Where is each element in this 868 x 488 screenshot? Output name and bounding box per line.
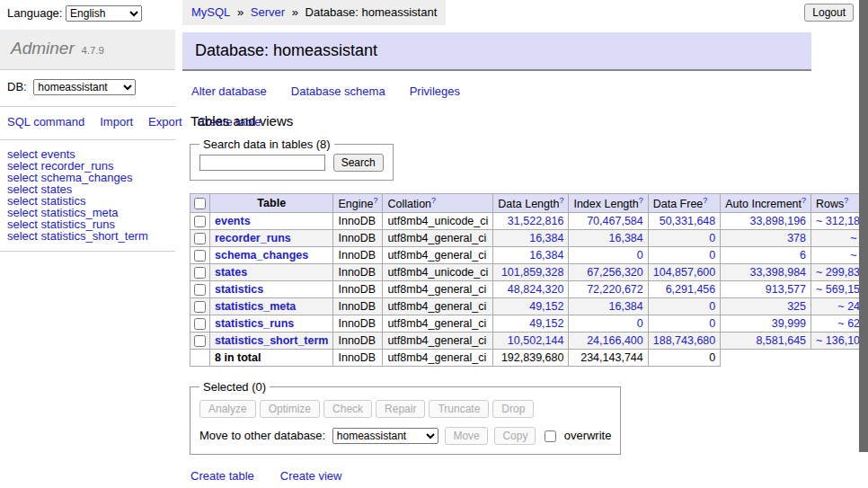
scrollbar-thumb[interactable]	[859, 0, 868, 452]
data-length-value[interactable]: 16,384	[529, 249, 563, 262]
collation-cell: utf8mb4_general_ci	[383, 315, 493, 333]
table-link-states[interactable]: states	[215, 266, 247, 279]
column-help-link[interactable]: ?	[373, 196, 377, 205]
link-create-table[interactable]: Create table	[190, 469, 254, 483]
data-free-value[interactable]: 0	[709, 249, 715, 262]
table-link-statistics[interactable]: statistics	[215, 283, 263, 296]
data-free-value[interactable]: 0	[709, 232, 715, 244]
analyze-button[interactable]: Analyze	[199, 400, 256, 418]
breadcrumb-server[interactable]: Server	[251, 5, 285, 19]
row-checkbox[interactable]	[194, 318, 206, 330]
auto-increment-value[interactable]: 913,577	[766, 283, 806, 296]
auto-increment-value[interactable]: 33,898,196	[749, 215, 806, 227]
copy-button[interactable]: Copy	[494, 427, 536, 445]
link-privileges[interactable]: Privileges	[410, 84, 460, 98]
auto-increment-value[interactable]: 8,581,645	[756, 334, 806, 347]
table-row: statistics_short_termInnoDButf8mb4_gener…	[190, 333, 868, 350]
row-checkbox[interactable]	[194, 250, 206, 262]
table-row: statesInnoDButf8mb4_unicode_ci101,859,32…	[190, 264, 868, 281]
table-link-events[interactable]: events	[215, 215, 251, 227]
table-row: statistics_metaInnoDButf8mb4_general_ci4…	[190, 298, 868, 315]
row-checkbox[interactable]	[194, 216, 206, 227]
data-free-value[interactable]: 0	[709, 300, 715, 313]
index-length-value[interactable]: 16,384	[609, 232, 643, 244]
column-help-link[interactable]: ?	[703, 196, 707, 205]
data-length-value[interactable]: 101,859,328	[501, 266, 564, 279]
link-alter-database[interactable]: Alter database	[191, 84, 267, 98]
table-name-cell: statistics_runs	[210, 315, 333, 333]
index-length-value[interactable]: 16,384	[609, 300, 643, 313]
data-length-value[interactable]: 16,384	[529, 232, 563, 244]
row-checkbox[interactable]	[194, 301, 206, 313]
move-db-select[interactable]: homeassistant	[332, 428, 438, 444]
auto-increment-value[interactable]: 39,999	[772, 317, 806, 330]
check-button[interactable]: Check	[323, 400, 372, 418]
overwrite-checkbox[interactable]	[545, 430, 556, 442]
sidebar-action-import[interactable]: Import	[100, 115, 133, 129]
column-help-link[interactable]: ?	[559, 196, 563, 205]
data-length-cell: 101,859,328	[493, 264, 569, 281]
data-length-value[interactable]: 31,522,816	[508, 215, 564, 227]
logout-button[interactable]: Logout	[804, 4, 854, 22]
link-database-schema[interactable]: Database schema	[291, 84, 385, 98]
index-length-value[interactable]: 70,467,584	[587, 215, 643, 227]
sidebar-action-export[interactable]: Export	[148, 115, 182, 129]
data-length-value[interactable]: 49,152	[529, 300, 563, 313]
sidebar-action-sql-command[interactable]: SQL command	[7, 115, 84, 129]
table-name-cell: statistics_meta	[210, 298, 333, 315]
search-button[interactable]: Search	[333, 154, 384, 172]
link-create-view[interactable]: Create view	[280, 469, 342, 483]
data-free-value[interactable]: 6,291,456	[666, 283, 716, 296]
collation-cell: utf8mb4_unicode_ci	[383, 264, 493, 281]
repair-button[interactable]: Repair	[376, 400, 425, 418]
table-link-statistics-short-term[interactable]: statistics_short_term	[215, 334, 328, 347]
data-length-cell: 16,384	[493, 230, 569, 247]
table-link-statistics-meta[interactable]: statistics_meta	[215, 300, 296, 313]
table-link-schema-changes[interactable]: schema_changes	[215, 249, 308, 262]
table-link-recorder-runs[interactable]: recorder_runs	[215, 232, 291, 244]
data-free-value[interactable]: 104,857,600	[653, 266, 716, 279]
optimize-button[interactable]: Optimize	[260, 400, 320, 418]
column-help-link[interactable]: ?	[431, 196, 436, 205]
column-header-auto-increment: Auto Increment?	[721, 194, 811, 213]
row-checkbox[interactable]	[194, 284, 206, 296]
index-length-value[interactable]: 24,166,400	[587, 334, 643, 347]
select-all-checkbox[interactable]	[194, 198, 206, 209]
table-link-statistics-runs[interactable]: statistics_runs	[215, 317, 294, 330]
move-button[interactable]: Move	[445, 427, 487, 445]
auto-increment-value[interactable]: 378	[787, 232, 806, 244]
data-length-value[interactable]: 10,502,144	[508, 334, 564, 347]
auto-increment-cell: 33,398,984	[721, 264, 811, 281]
row-checkbox[interactable]	[194, 233, 206, 244]
column-header-data-length: Data Length?	[493, 194, 569, 213]
data-length-value[interactable]: 48,824,320	[508, 283, 564, 296]
truncate-button[interactable]: Truncate	[429, 400, 489, 418]
row-checkbox[interactable]	[194, 335, 206, 347]
db-select[interactable]: homeassistant	[33, 79, 136, 95]
index-length-value[interactable]: 72,220,672	[587, 283, 643, 296]
auto-increment-value[interactable]: 6	[800, 249, 806, 262]
drop-button[interactable]: Drop	[492, 400, 534, 418]
index-length-value[interactable]: 0	[637, 249, 643, 262]
index-length-cell: 0	[569, 315, 648, 333]
sidebar-select-statistics-short-term[interactable]: select statistics_short_term	[7, 230, 168, 242]
index-length-value[interactable]: 67,256,320	[587, 266, 643, 279]
tables-list-table: TableEngine?Collation?Data Length?Index …	[190, 193, 868, 367]
breadcrumb-mysql[interactable]: MySQL	[191, 5, 230, 19]
auto-increment-value[interactable]: 33,398,984	[749, 266, 806, 279]
column-help-link[interactable]: ?	[844, 196, 848, 205]
data-free-value[interactable]: 188,743,680	[653, 334, 716, 347]
auto-increment-value[interactable]: 325	[787, 300, 806, 313]
column-help-link[interactable]: ?	[639, 196, 643, 205]
data-free-value[interactable]: 0	[709, 317, 715, 330]
data-length-value[interactable]: 49,152	[529, 317, 563, 330]
language-select[interactable]: English	[66, 5, 142, 22]
data-free-value[interactable]: 50,331,648	[660, 215, 716, 227]
column-help-link[interactable]: ?	[802, 196, 806, 205]
row-checkbox[interactable]	[194, 267, 206, 279]
engine-cell: InnoDB	[333, 213, 383, 230]
vertical-scrollbar[interactable]	[859, 0, 868, 488]
search-fieldset: Search data in tables (8) Search	[190, 138, 394, 181]
search-input[interactable]	[199, 155, 325, 171]
index-length-value[interactable]: 0	[637, 317, 643, 330]
